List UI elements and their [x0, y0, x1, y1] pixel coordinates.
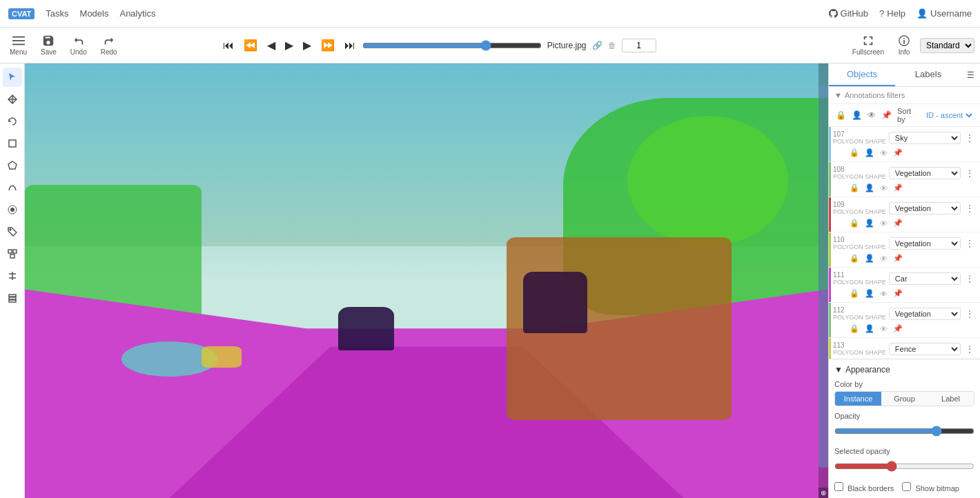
obj-eye-btn[interactable]: 👁 — [880, 219, 888, 228]
object-more-btn[interactable]: ⋮ — [963, 132, 976, 143]
next-chunk-button[interactable]: ⏩ — [318, 36, 337, 54]
object-label-select[interactable]: Vegetation — [889, 237, 961, 250]
color-by-btn-instance[interactable]: Instance — [835, 392, 881, 406]
polygon-tool[interactable] — [3, 156, 22, 175]
prev-chunk-button[interactable]: ⏪ — [241, 36, 260, 54]
object-label-select[interactable]: Vegetation — [889, 167, 961, 179]
obj-pin-btn[interactable]: 📌 — [893, 148, 903, 157]
split-tool[interactable] — [3, 266, 22, 286]
fullscreen-button[interactable]: Fullscreen — [848, 32, 888, 59]
redo-button[interactable]: Redo — [97, 32, 121, 59]
black-borders-checkbox[interactable] — [834, 482, 843, 491]
nav-tasks[interactable]: Tasks — [46, 8, 68, 19]
obj-lock-btn[interactable]: 🔒 — [850, 183, 859, 192]
obj-eye-btn[interactable]: 👁 — [880, 325, 888, 333]
obj-person-btn[interactable]: 👤 — [865, 183, 874, 192]
opacity-label: Opacity — [834, 412, 974, 420]
obj-person-btn[interactable]: 👤 — [865, 219, 874, 228]
pin-all-btn[interactable]: 📌 — [880, 109, 893, 121]
cursor-tool[interactable] — [3, 68, 22, 87]
obj-pin-btn[interactable]: 📌 — [893, 289, 903, 298]
obj-lock-btn[interactable]: 🔒 — [850, 324, 859, 333]
svg-rect-6 — [9, 140, 16, 147]
object-label-select[interactable]: Vegetation — [889, 202, 961, 215]
mode-select[interactable]: Standard — [920, 38, 974, 53]
object-more-btn[interactable]: ⋮ — [963, 168, 976, 179]
object-more-btn[interactable]: ⋮ — [963, 308, 976, 319]
merge-tool[interactable] — [3, 244, 22, 263]
color-by-btn-group[interactable]: Group — [881, 392, 928, 406]
selected-opacity-slider[interactable] — [834, 461, 974, 472]
person-all-btn[interactable]: 👤 — [850, 109, 863, 121]
info-button[interactable]: Info — [894, 32, 914, 59]
play-button[interactable]: ▶ — [282, 36, 296, 54]
obj-lock-btn[interactable]: 🔒 — [850, 148, 859, 157]
next-frame-button[interactable]: ▶ — [300, 36, 314, 54]
obj-lock-btn[interactable]: 🔒 — [850, 219, 859, 228]
object-more-btn[interactable]: ⋮ — [963, 343, 976, 355]
obj-lock-btn[interactable]: 🔒 — [850, 254, 859, 263]
object-label-select[interactable]: Vegetation — [889, 308, 961, 320]
nav-models[interactable]: Models — [80, 8, 109, 19]
skip-last-button[interactable]: ⏭ — [342, 37, 358, 54]
svg-rect-14 — [9, 295, 16, 297]
obj-pin-btn[interactable]: 📌 — [893, 219, 903, 228]
nav-username[interactable]: 👤 Username — [917, 8, 972, 19]
object-label-select[interactable]: Sky — [889, 132, 961, 144]
curve-tool[interactable] — [3, 178, 22, 197]
tab-labels[interactable]: Labels — [895, 63, 961, 86]
undo-button[interactable]: Undo — [66, 32, 91, 59]
skip-first-button[interactable]: ⏮ — [220, 37, 237, 54]
black-borders-label[interactable]: Black borders — [834, 482, 894, 492]
point-tool[interactable] — [3, 200, 22, 219]
color-by-btn-label[interactable]: Label — [928, 392, 974, 406]
appearance-section: ▼ Appearance Color by InstanceGroupLabel… — [829, 359, 980, 498]
crop-tool[interactable] — [3, 134, 22, 153]
frame-number-input[interactable] — [622, 39, 656, 52]
opacity-row: Opacity — [834, 412, 974, 441]
link-icon: 🔗 — [592, 41, 602, 50]
object-item-header: 108 POLYGON SHAPE Vegetation ⋮ — [833, 163, 976, 182]
progress-slider[interactable] — [362, 40, 542, 51]
show-bitmap-label[interactable]: Show bitmap — [902, 482, 959, 492]
object-label-select[interactable]: Fence — [889, 343, 961, 355]
obj-eye-btn[interactable]: 👁 — [880, 290, 888, 298]
object-more-btn[interactable]: ⋮ — [963, 238, 976, 249]
obj-pin-btn[interactable]: 📌 — [893, 254, 903, 263]
layer-tool[interactable] — [3, 288, 22, 308]
object-more-btn[interactable]: ⋮ — [963, 203, 976, 214]
eye-all-btn[interactable]: 👁 — [866, 109, 877, 121]
show-bitmap-checkbox[interactable] — [902, 482, 911, 491]
tag-tool[interactable] — [3, 222, 22, 241]
vertical-scroll[interactable]: ⊕ — [819, 63, 828, 498]
obj-person-btn[interactable]: 👤 — [865, 324, 874, 333]
nav-help[interactable]: ? Help — [879, 8, 905, 19]
obj-eye-btn[interactable]: 👁 — [880, 149, 888, 157]
obj-person-btn[interactable]: 👤 — [865, 254, 874, 263]
lock-all-btn[interactable]: 🔒 — [834, 109, 847, 121]
object-item-header: 111 POLYGON SHAPE Car ⋮ — [833, 269, 976, 288]
panel-extra-btn[interactable]: ☰ — [961, 63, 980, 86]
obj-lock-btn[interactable]: 🔒 — [850, 289, 859, 298]
obj-pin-btn[interactable]: 📌 — [893, 183, 903, 192]
curve-icon — [8, 183, 17, 192]
prev-frame-button[interactable]: ◀ — [264, 36, 278, 54]
move-tool[interactable] — [3, 90, 22, 109]
svg-rect-1 — [12, 40, 25, 41]
tab-objects[interactable]: Objects — [829, 63, 895, 86]
nav-analytics[interactable]: Analytics — [119, 8, 155, 19]
obj-person-btn[interactable]: 👤 — [865, 289, 874, 298]
object-label-select[interactable]: Car — [889, 272, 961, 285]
nav-github[interactable]: GitHub — [829, 8, 868, 19]
menu-button[interactable]: Menu — [6, 32, 31, 59]
object-more-btn[interactable]: ⋮ — [963, 273, 976, 284]
opacity-slider[interactable] — [834, 426, 974, 437]
obj-pin-btn[interactable]: 📌 — [893, 324, 903, 333]
obj-person-btn[interactable]: 👤 — [865, 148, 874, 157]
obj-eye-btn[interactable]: 👁 — [880, 184, 888, 192]
rotate-tool[interactable] — [3, 112, 22, 131]
svg-rect-13 — [10, 255, 14, 258]
sort-select[interactable]: ID - ascent — [923, 110, 974, 120]
obj-eye-btn[interactable]: 👁 — [880, 255, 888, 263]
save-button[interactable]: Save — [37, 32, 61, 59]
